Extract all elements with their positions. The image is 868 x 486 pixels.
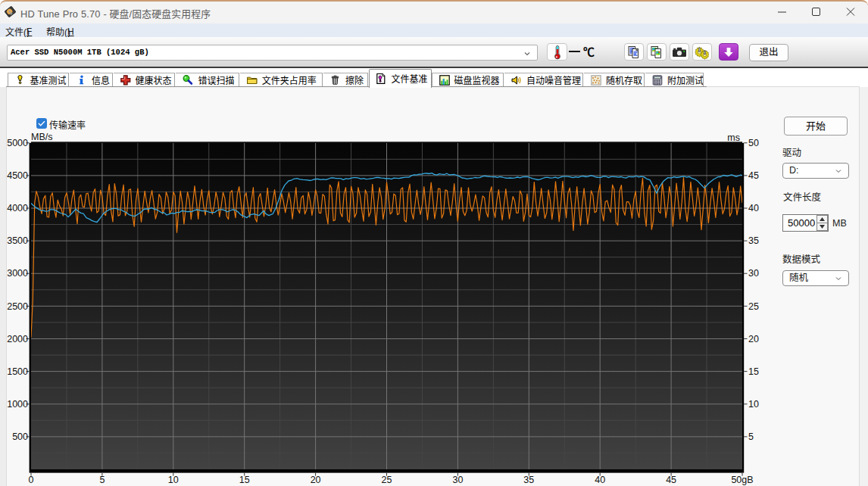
svg-text:40: 40 [595, 475, 605, 485]
svg-text:40: 40 [748, 203, 759, 213]
svg-text:1000: 1000 [7, 399, 28, 410]
svg-text:4000: 4000 [7, 203, 28, 213]
svg-text:0: 0 [29, 475, 34, 485]
svg-text:45: 45 [666, 475, 676, 485]
svg-text:10: 10 [168, 475, 179, 485]
svg-text:5000: 5000 [7, 138, 28, 148]
svg-text:35: 35 [523, 475, 534, 485]
svg-text:4500: 4500 [7, 170, 28, 181]
svg-text:1500: 1500 [7, 366, 28, 377]
svg-text:20: 20 [311, 475, 321, 485]
svg-text:ms: ms [727, 132, 740, 143]
svg-text:15: 15 [748, 366, 759, 377]
svg-text:50gB: 50gB [731, 475, 753, 485]
svg-text:15: 15 [239, 475, 250, 485]
svg-text:3500: 3500 [7, 235, 28, 246]
svg-text:35: 35 [748, 235, 759, 246]
svg-text:30: 30 [748, 268, 759, 279]
svg-text:2000: 2000 [7, 334, 28, 344]
svg-text:3000: 3000 [7, 268, 28, 279]
svg-text:5: 5 [748, 431, 754, 442]
svg-text:25: 25 [748, 301, 759, 312]
svg-text:MB/s: MB/s [31, 132, 52, 142]
svg-text:30: 30 [452, 475, 463, 485]
svg-text:45: 45 [748, 170, 759, 181]
svg-text:2500: 2500 [7, 301, 28, 312]
svg-text:5: 5 [99, 475, 105, 485]
svg-text:20: 20 [748, 334, 759, 344]
svg-text:25: 25 [382, 475, 392, 485]
svg-text:50: 50 [748, 138, 759, 148]
svg-text:10: 10 [748, 399, 759, 410]
svg-text:500: 500 [12, 431, 28, 442]
